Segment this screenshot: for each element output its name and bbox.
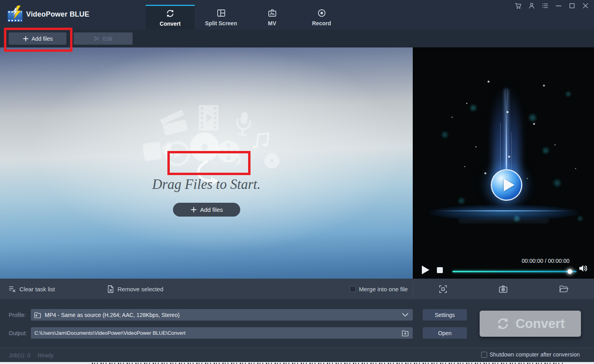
jobs-count: Job(s): 0 <box>9 352 30 358</box>
merge-into-one-file-option[interactable]: Merge into one file <box>350 279 408 299</box>
output-settings-panel: Profile: MP4 - Same as source (H.264; AA… <box>0 299 594 348</box>
shutdown-label: Shutdown computer after conversion <box>490 351 580 358</box>
open-label: Open <box>438 330 452 336</box>
output-path-value: C:\Users\Jam\Documents\VideoPower\VideoP… <box>34 330 398 336</box>
add-files-center-button[interactable]: Add files <box>173 203 240 217</box>
convert-sync-icon <box>496 317 510 331</box>
tab-record[interactable]: Record <box>297 5 346 30</box>
open-button[interactable]: Open <box>423 327 467 339</box>
floor-light-streak <box>436 210 572 211</box>
tab-record-label: Record <box>312 20 331 26</box>
background-document-strip <box>0 362 594 364</box>
convert-button[interactable]: Convert <box>480 311 581 337</box>
plus-icon <box>23 36 29 42</box>
output-label: Output: <box>9 330 27 336</box>
status-bar: Job(s): 0 Ready Shutdown computer after … <box>0 348 594 362</box>
edit-label: Edit <box>103 36 112 42</box>
play-icon <box>504 179 514 191</box>
lightning-bolt-icon <box>12 6 22 21</box>
title-bar: VideoPower BLUE Convert Split Screen <box>0 0 594 30</box>
file-toolbar: Add files Edit <box>0 30 594 47</box>
plus-icon <box>190 206 197 213</box>
output-folder-icon[interactable] <box>402 330 409 337</box>
clear-task-list-button[interactable]: Clear task list <box>9 279 55 299</box>
profile-value: MP4 - Same as source (H.264; AAC, 128Kbp… <box>45 312 398 318</box>
profile-label: Profile: <box>9 312 26 318</box>
profile-select[interactable]: MP4 - Same as source (H.264; AAC, 128Kbp… <box>31 309 413 321</box>
window-controls <box>514 2 589 9</box>
small-cd-watermark-icon <box>264 153 280 169</box>
remove-selected-label: Remove selected <box>118 286 163 292</box>
chevron-down-icon <box>402 311 409 319</box>
convert-label: Convert <box>516 316 565 331</box>
app-logo <box>6 6 25 23</box>
maximize-icon[interactable] <box>568 2 576 9</box>
profile-folder-icon <box>34 311 41 319</box>
scissors-icon <box>94 36 100 42</box>
settings-button[interactable]: Settings <box>423 309 467 321</box>
play-circle-watermark-icon <box>164 140 191 167</box>
stop-button[interactable] <box>437 267 443 273</box>
add-files-center-label: Add files <box>200 206 223 213</box>
merge-checkbox[interactable] <box>350 286 356 292</box>
filmstrip-watermark-icon <box>199 105 218 130</box>
drop-zone[interactable]: Drag Files to Start. Add files <box>0 47 413 279</box>
cd-watermark-icon <box>189 131 220 163</box>
split-screen-icon <box>216 8 226 18</box>
status-text: Ready <box>38 352 53 358</box>
convert-sync-icon <box>165 9 175 18</box>
tab-mv[interactable]: MV <box>247 5 297 30</box>
settings-label: Settings <box>435 312 455 318</box>
drag-files-headline: Drag Files to Start. <box>0 177 413 192</box>
task-bar: Clear task list Remove selected Merge in… <box>0 279 594 299</box>
seek-bar[interactable] <box>452 269 577 274</box>
play-sphere-graphic <box>491 169 522 201</box>
account-icon[interactable] <box>528 2 535 9</box>
tab-convert-label: Convert <box>160 21 181 27</box>
output-path-input[interactable]: C:\Users\Jam\Documents\VideoPower\VideoP… <box>31 327 413 339</box>
tab-split-screen[interactable]: Split Screen <box>195 5 247 30</box>
tab-mv-label: MV <box>268 20 276 26</box>
mv-tv-icon <box>268 8 277 18</box>
snapshot-camera-icon[interactable] <box>499 285 508 294</box>
remove-file-icon <box>107 285 114 293</box>
videopower-window: VideoPower BLUE Convert Split Screen <box>0 0 594 364</box>
merge-label: Merge into one file <box>359 286 408 292</box>
tab-split-screen-label: Split Screen <box>205 20 237 26</box>
cart-icon[interactable] <box>514 2 522 9</box>
seek-bar-handle[interactable] <box>567 269 572 274</box>
app-title: VideoPower BLUE <box>26 10 89 19</box>
clear-task-list-label: Clear task list <box>19 286 55 292</box>
microphone-watermark-icon <box>233 111 253 139</box>
music-note-watermark-icon <box>250 129 271 154</box>
time-display: 00:00:00 / 00:00:00 <box>522 258 569 264</box>
clapperboard-watermark-icon <box>157 107 190 137</box>
add-files-button[interactable]: Add files <box>9 32 66 45</box>
tab-convert[interactable]: Convert <box>146 5 195 30</box>
open-folder-icon[interactable] <box>559 285 568 294</box>
fullscreen-icon[interactable] <box>438 285 448 294</box>
play-button[interactable] <box>422 266 429 274</box>
shutdown-checkbox[interactable] <box>481 352 487 358</box>
shutdown-after-conversion-option[interactable]: Shutdown computer after conversion <box>481 351 580 358</box>
seek-bar-fill <box>452 271 577 272</box>
white-particles <box>413 47 414 49</box>
edit-button[interactable]: Edit <box>74 32 133 45</box>
clear-list-icon <box>9 285 16 293</box>
close-icon[interactable] <box>582 2 589 9</box>
reflection-text <box>458 218 549 223</box>
add-files-label: Add files <box>32 36 53 42</box>
record-icon <box>317 8 326 18</box>
preview-tools <box>413 279 594 299</box>
main-tabs: Convert Split Screen MV <box>146 5 346 30</box>
menu-icon[interactable] <box>541 2 549 9</box>
minimize-icon[interactable] <box>555 2 562 9</box>
volume-icon[interactable] <box>579 264 588 273</box>
preview-player: 00:00:00 / 00:00:00 <box>413 47 594 279</box>
remove-selected-button[interactable]: Remove selected <box>107 279 163 299</box>
